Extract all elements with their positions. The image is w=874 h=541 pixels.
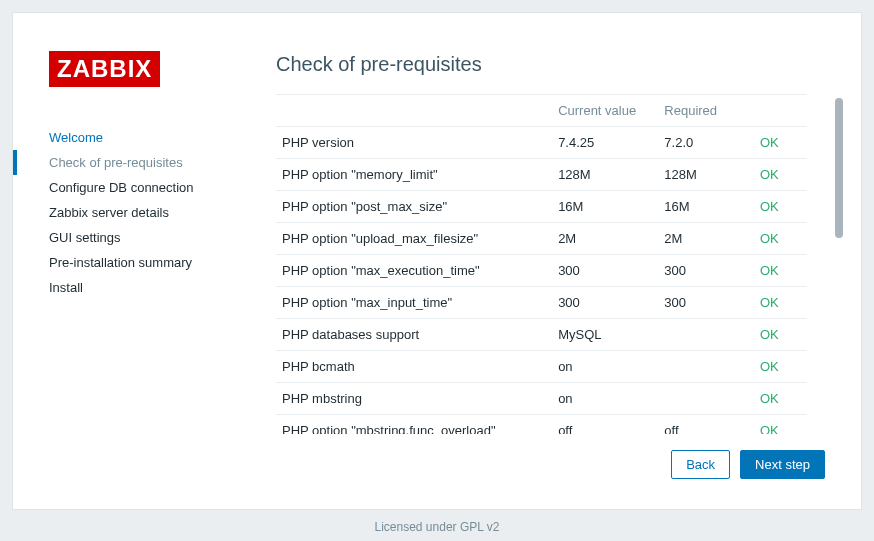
step-label: Check of pre-requisites (49, 155, 183, 170)
cell-name: PHP bcmath (276, 351, 552, 383)
footer: Licensed under GPL v2 (0, 510, 874, 534)
cell-name: PHP option "max_execution_time" (276, 255, 552, 287)
table-row: PHP option "memory_limit"128M128MOK (276, 159, 807, 191)
cell-current: 300 (552, 255, 658, 287)
step-label: Zabbix server details (49, 205, 169, 220)
cell-required: 128M (658, 159, 754, 191)
col-current-header: Current value (552, 95, 658, 127)
step-item[interactable]: Configure DB connection (49, 175, 258, 200)
cell-required: 2M (658, 223, 754, 255)
status-ok: OK (760, 359, 779, 374)
cell-current: MySQL (552, 319, 658, 351)
table-row: PHP option "upload_max_filesize"2M2MOK (276, 223, 807, 255)
table-row: PHP option "mbstring.func_overload"offof… (276, 415, 807, 435)
step-label: Welcome (49, 130, 103, 145)
page-title: Check of pre-requisites (276, 53, 825, 76)
col-name-header (276, 95, 552, 127)
step-item[interactable]: Zabbix server details (49, 200, 258, 225)
step-item[interactable]: GUI settings (49, 225, 258, 250)
cell-status: OK (754, 255, 807, 287)
table-scroll-area[interactable]: Current value Required PHP version7.4.25… (276, 94, 807, 434)
cell-current: 300 (552, 287, 658, 319)
next-step-button[interactable]: Next step (740, 450, 825, 479)
footer-text: Licensed under (375, 520, 460, 534)
table-body: PHP version7.4.257.2.0OKPHP option "memo… (276, 127, 807, 435)
status-ok: OK (760, 263, 779, 278)
steps-list: WelcomeCheck of pre-requisitesConfigure … (49, 125, 258, 300)
col-required-header: Required (658, 95, 754, 127)
cell-status: OK (754, 319, 807, 351)
status-ok: OK (760, 167, 779, 182)
cell-status: OK (754, 191, 807, 223)
step-item[interactable]: Pre-installation summary (49, 250, 258, 275)
left-column: ZABBIX WelcomeCheck of pre-requisitesCon… (13, 13, 258, 509)
status-ok: OK (760, 423, 779, 434)
cell-required: 300 (658, 287, 754, 319)
status-ok: OK (760, 391, 779, 406)
cell-name: PHP option "memory_limit" (276, 159, 552, 191)
cell-name: PHP version (276, 127, 552, 159)
right-column: Check of pre-requisites Current value Re… (258, 13, 861, 509)
cell-name: PHP databases support (276, 319, 552, 351)
cell-current: 128M (552, 159, 658, 191)
cell-required: 300 (658, 255, 754, 287)
cell-required: off (658, 415, 754, 435)
cell-status: OK (754, 351, 807, 383)
cell-current: 16M (552, 191, 658, 223)
cell-name: PHP mbstring (276, 383, 552, 415)
cell-required (658, 319, 754, 351)
button-row: Back Next step (276, 450, 825, 479)
table-header-row: Current value Required (276, 95, 807, 127)
status-ok: OK (760, 135, 779, 150)
table-row: PHP option "max_execution_time"300300OK (276, 255, 807, 287)
license-link[interactable]: GPL v2 (460, 520, 500, 534)
table-row: PHP bcmathonOK (276, 351, 807, 383)
cell-status: OK (754, 127, 807, 159)
cell-required (658, 383, 754, 415)
setup-card: ZABBIX WelcomeCheck of pre-requisitesCon… (12, 12, 862, 510)
cell-current: on (552, 351, 658, 383)
cell-required: 7.2.0 (658, 127, 754, 159)
cell-name: PHP option "max_input_time" (276, 287, 552, 319)
table-row: PHP databases supportMySQLOK (276, 319, 807, 351)
step-label: Install (49, 280, 83, 295)
back-button[interactable]: Back (671, 450, 730, 479)
cell-name: PHP option "upload_max_filesize" (276, 223, 552, 255)
status-ok: OK (760, 295, 779, 310)
table-row: PHP mbstringonOK (276, 383, 807, 415)
cell-current: 2M (552, 223, 658, 255)
cell-current: on (552, 383, 658, 415)
table-row: PHP option "post_max_size"16M16MOK (276, 191, 807, 223)
prerequisites-table: Current value Required PHP version7.4.25… (276, 94, 807, 434)
step-label: GUI settings (49, 230, 121, 245)
step-label: Pre-installation summary (49, 255, 192, 270)
table-container: Current value Required PHP version7.4.25… (276, 94, 825, 434)
cell-status: OK (754, 223, 807, 255)
cell-name: PHP option "mbstring.func_overload" (276, 415, 552, 435)
cell-required: 16M (658, 191, 754, 223)
cell-current: 7.4.25 (552, 127, 658, 159)
table-row: PHP option "max_input_time"300300OK (276, 287, 807, 319)
cell-status: OK (754, 415, 807, 435)
scrollbar-thumb[interactable] (835, 98, 843, 238)
step-item[interactable]: Welcome (49, 125, 258, 150)
step-label: Configure DB connection (49, 180, 194, 195)
table-row: PHP version7.4.257.2.0OK (276, 127, 807, 159)
cell-status: OK (754, 159, 807, 191)
cell-name: PHP option "post_max_size" (276, 191, 552, 223)
cell-required (658, 351, 754, 383)
status-ok: OK (760, 199, 779, 214)
col-status-header (754, 95, 807, 127)
status-ok: OK (760, 327, 779, 342)
zabbix-logo: ZABBIX (49, 51, 160, 87)
cell-status: OK (754, 287, 807, 319)
step-item[interactable]: Check of pre-requisites (49, 150, 258, 175)
step-item[interactable]: Install (49, 275, 258, 300)
cell-current: off (552, 415, 658, 435)
cell-status: OK (754, 383, 807, 415)
status-ok: OK (760, 231, 779, 246)
